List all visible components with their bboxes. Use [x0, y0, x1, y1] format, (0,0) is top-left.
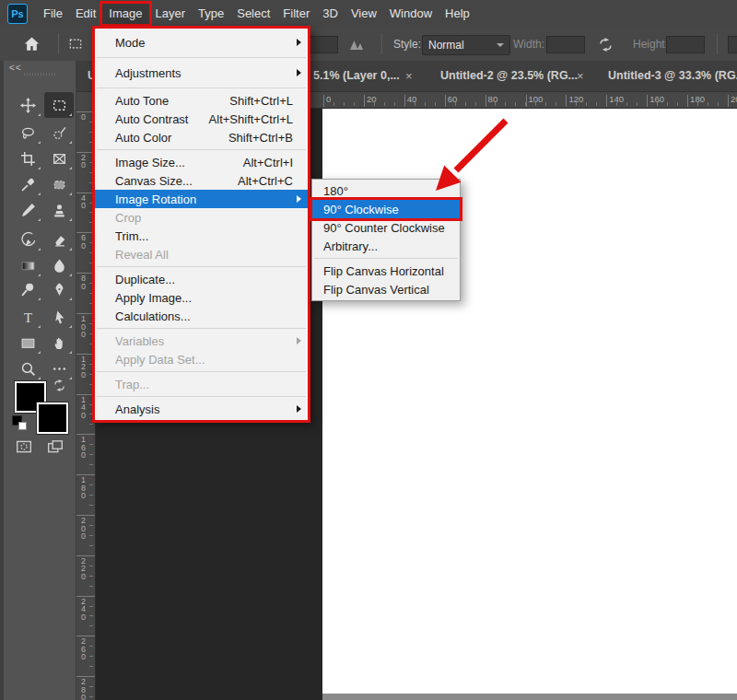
menu-item-reveal-all[interactable]: Reveal All: [95, 245, 308, 263]
menubar-item-edit[interactable]: Edit: [69, 4, 102, 24]
brush-tool[interactable]: [13, 197, 42, 223]
menu-item-canvas-size[interactable]: Canvas Size...Alt+Ctrl+C: [95, 171, 308, 190]
menu-item-trap[interactable]: Trap...: [95, 375, 308, 393]
menu-item-label: Reveal All: [115, 248, 169, 262]
ruler-tick: [76, 515, 95, 516]
ruler-number: 2 6 0: [81, 637, 86, 661]
swap-dimensions-icon[interactable]: [599, 38, 613, 55]
menubar-item-image[interactable]: Image: [102, 4, 148, 24]
document-tab-3[interactable]: Untitled-3 @ 33.3% (RG...: [597, 61, 737, 91]
menu-item-auto-color[interactable]: Auto ColorShift+Ctrl+B: [95, 128, 308, 146]
menu-item-adjustments[interactable]: Adjustments: [95, 61, 308, 85]
submenu-item-flip-canvas-vertical[interactable]: Flip Canvas Vertical: [312, 280, 460, 298]
ruler-number: 2 0 0: [81, 517, 86, 541]
tab-title: 5.1% (Layer 0,...: [313, 61, 400, 91]
path-selection-tool[interactable]: [44, 304, 74, 330]
lasso-tool[interactable]: [13, 120, 42, 146]
blur-tool[interactable]: [44, 252, 74, 278]
submenu-arrow-icon: [297, 195, 301, 203]
zoom-tool[interactable]: [13, 356, 42, 381]
marquee-preset-icon[interactable]: [68, 38, 83, 54]
ruler-tick: [76, 676, 95, 677]
frame-tool[interactable]: [44, 146, 74, 171]
tab-close-icon[interactable]: ×: [405, 61, 413, 91]
menu-item-variables[interactable]: Variables: [95, 332, 308, 350]
spot-healing-brush-tool[interactable]: [44, 171, 74, 197]
history-brush-tool[interactable]: [13, 227, 42, 252]
quick-selection-tool[interactable]: [44, 120, 74, 146]
gradient-tool[interactable]: [13, 252, 42, 278]
tab-close-icon[interactable]: ×: [577, 61, 584, 91]
menu-item-label: Auto Contrast: [115, 112, 189, 126]
menubar-item-help[interactable]: Help: [439, 4, 476, 24]
quick-mask-icon[interactable]: [13, 438, 35, 459]
options-separator: [717, 33, 718, 54]
style-select[interactable]: Normal: [422, 35, 510, 55]
swap-colors-icon[interactable]: [53, 379, 65, 395]
menu-item-analysis[interactable]: Analysis: [95, 400, 308, 418]
home-icon[interactable]: [23, 35, 41, 56]
clone-stamp-tool[interactable]: [44, 197, 74, 223]
menu-item-image-size[interactable]: Image Size...Alt+Ctrl+I: [95, 153, 308, 171]
submenu-item-90-clockwise[interactable]: 90° Clockwise: [312, 200, 460, 218]
ruler-tick: [728, 95, 729, 107]
move-tool[interactable]: [13, 92, 42, 118]
type-tool[interactable]: T: [13, 304, 42, 330]
ruler-tick: [445, 95, 446, 107]
menubar-item-window[interactable]: Window: [383, 4, 439, 24]
menu-separator: [97, 328, 306, 329]
crop-tool[interactable]: [13, 146, 42, 171]
screen-mode-icon[interactable]: [44, 438, 66, 459]
background-color-swatch[interactable]: [37, 402, 68, 434]
ruler-tick: [76, 474, 95, 475]
submenu-item-180[interactable]: 180°: [312, 181, 460, 200]
ruler-tick: [323, 95, 324, 107]
rectangular-marquee-tool[interactable]: [44, 92, 74, 118]
menu-item-duplicate[interactable]: Duplicate...: [95, 270, 308, 288]
menubar-item-filter[interactable]: Filter: [276, 4, 316, 24]
menu-item-image-rotation[interactable]: Image Rotation: [95, 190, 308, 208]
menu-item-crop[interactable]: Crop: [95, 208, 308, 227]
menu-item-auto-tone[interactable]: Auto ToneShift+Ctrl+L: [95, 91, 308, 110]
ruler-number: 1 6 0: [81, 436, 86, 460]
dodge-tool[interactable]: [13, 276, 42, 302]
eraser-tool[interactable]: [44, 227, 74, 252]
ruler-tick: [485, 95, 486, 107]
rectangle-tool[interactable]: [13, 330, 42, 356]
panel-grip[interactable]: [24, 73, 55, 76]
width-field[interactable]: [546, 36, 585, 53]
submenu-item-arbitrary[interactable]: Arbitrary...: [312, 237, 460, 255]
menu-item-apply-image[interactable]: Apply Image...: [95, 288, 308, 307]
hand-tool[interactable]: [44, 330, 74, 356]
more-tools[interactable]: [44, 356, 74, 381]
ruler-tick: [364, 95, 365, 107]
menubar-item-type[interactable]: Type: [192, 4, 230, 24]
menubar-item-layer[interactable]: Layer: [149, 4, 193, 24]
menu-item-mode[interactable]: Mode: [95, 30, 308, 54]
submenu-item-flip-canvas-horizontal[interactable]: Flip Canvas Horizontal: [312, 262, 460, 280]
submenu-item-90-counter-clockwise[interactable]: 90° Counter Clockwise: [312, 218, 460, 237]
menubar-item-file[interactable]: File: [37, 4, 69, 24]
menu-item-calculations[interactable]: Calculations...: [95, 307, 308, 325]
menubar-item-3d[interactable]: 3D: [316, 4, 345, 24]
document-tab-2[interactable]: Untitled-2 @ 23.5% (RG...×: [429, 61, 598, 91]
pen-tool[interactable]: [44, 276, 74, 302]
ruler-tick: [404, 95, 405, 107]
menubar-item-select[interactable]: Select: [230, 4, 276, 24]
collapse-panel-button[interactable]: <<: [9, 63, 22, 73]
menubar-item-view[interactable]: View: [345, 4, 383, 24]
eyedropper-tool[interactable]: [13, 171, 42, 197]
ruler-number: 180: [690, 94, 705, 104]
menu-item-auto-contrast[interactable]: Auto ContrastAlt+Shift+Ctrl+L: [95, 110, 308, 128]
menubar-items: FileEditImageLayerTypeSelectFilter3DView…: [37, 4, 476, 24]
horizontal-scrollbar[interactable]: [322, 694, 737, 700]
menu-item-label: Image Rotation: [115, 192, 196, 206]
menu-item-trim[interactable]: Trim...: [95, 227, 308, 245]
height-field[interactable]: [666, 36, 705, 53]
ruler-number: 160: [649, 94, 664, 104]
ruler-tick: [566, 95, 567, 107]
menu-item-shortcut: Alt+Shift+Ctrl+L: [209, 112, 293, 126]
ruler-number: 2 2 0: [81, 557, 86, 581]
menu-item-shortcut: Shift+Ctrl+B: [228, 131, 293, 145]
menu-item-apply-data-set[interactable]: Apply Data Set...: [95, 350, 308, 368]
